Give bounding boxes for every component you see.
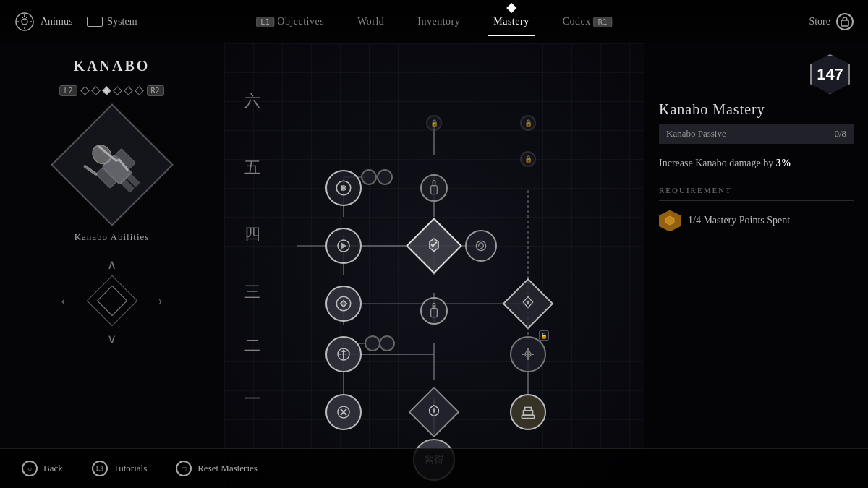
system-menu[interactable]: System [87, 16, 137, 27]
node-4a-circle [326, 228, 362, 264]
weapon-title: KANABO [74, 58, 150, 74]
skill-node-2a[interactable] [326, 336, 362, 372]
skill-node-6a[interactable]: 🔒 [426, 115, 442, 131]
skill-node-4a[interactable] [326, 228, 362, 264]
skill-node-5b[interactable] [420, 174, 448, 202]
svg-rect-39 [431, 309, 438, 317]
mastery-info: Kanabo Mastery Kanabo Passive 0/8 Increa… [659, 101, 854, 231]
pip-6 [135, 86, 144, 95]
node-5a-circle [326, 170, 362, 206]
row-label-2: 二 [244, 335, 260, 356]
codex-label: Codex [563, 16, 591, 27]
reset-action[interactable]: □ Reset Masteries [176, 461, 258, 476]
back-action[interactable]: ○ Back [22, 461, 63, 476]
tutorials-btn: L3 [92, 461, 108, 476]
node-3a-circle [326, 286, 362, 322]
row-label-4: 四 [244, 223, 260, 245]
node-small2 [379, 335, 395, 351]
pip-4 [113, 86, 122, 95]
skill-node-6c[interactable]: 🔒 [520, 151, 536, 167]
lock-icon-6a: 🔒 [427, 116, 441, 129]
node-4-small1 [361, 169, 377, 185]
weapon-nav-row: ‹ › [55, 275, 169, 326]
tutorials-label: Tutorials [114, 463, 147, 474]
skill-node-3b[interactable] [420, 297, 448, 325]
passive-row: Kanabo Passive 0/8 [659, 124, 854, 144]
row-label-1: 一 [244, 388, 260, 410]
row-label-5: 五 [244, 157, 260, 179]
pip-3-active [102, 86, 111, 95]
store-icon[interactable] [836, 13, 854, 30]
svg-rect-31 [524, 411, 533, 416]
skill-node-1a[interactable] [326, 394, 362, 430]
node-4b-inner [425, 235, 443, 257]
animus-label: Animus [41, 16, 72, 27]
skill-node-4b[interactable] [414, 226, 454, 266]
node-3c-diamond [503, 278, 554, 330]
requirement-divider [659, 200, 854, 201]
back-circle-btn: ○ [22, 461, 38, 476]
nav-item-codex[interactable]: Codex R1 [557, 13, 618, 30]
skill-node-5a[interactable] [326, 170, 362, 206]
nav-item-mastery[interactable]: Mastery [488, 13, 535, 30]
mastery-points-badge: 147 [807, 51, 854, 98]
nav-item-world[interactable]: World [352, 13, 390, 30]
node-3c-inner [521, 295, 535, 312]
inventory-label: Inventory [417, 16, 460, 27]
skill-node-1b[interactable] [416, 394, 452, 430]
node-1b-diamond [409, 387, 460, 438]
nav-right-btn[interactable]: › [152, 292, 169, 309]
skill-node-4c[interactable] [465, 230, 497, 262]
skill-node-2-small2[interactable] [379, 335, 395, 351]
node-1b-inner [426, 403, 442, 421]
node-6b-circle: 🔒 [520, 115, 536, 131]
row-label-6: 六 [244, 90, 260, 112]
r2-btn[interactable]: R2 [147, 85, 164, 96]
pip-2 [91, 86, 101, 95]
skill-node-2-small1[interactable] [365, 335, 380, 351]
nav-up-btn[interactable]: ∧ [101, 257, 123, 272]
svg-rect-45 [433, 181, 435, 186]
skill-node-4-small1[interactable] [361, 169, 377, 185]
nav-right: Store [809, 13, 854, 30]
world-label: World [357, 16, 384, 27]
mastery-label: Mastery [493, 16, 529, 27]
svg-point-40 [433, 305, 435, 307]
svg-rect-46 [431, 186, 438, 194]
desc-value: 3% [776, 158, 791, 168]
skill-node-6b[interactable]: 🔒 [520, 115, 536, 131]
skill-node-1c[interactable] [510, 394, 546, 430]
requirement-label: REQUIREMENT [659, 186, 854, 194]
objectives-label: Objectives [277, 16, 324, 27]
mastery-name: Kanabo Mastery [659, 101, 854, 118]
skill-node-3a[interactable] [326, 286, 362, 322]
node-4b-diamond [406, 218, 462, 274]
node-1c-circle [510, 394, 546, 430]
skill-node-3c[interactable] [510, 286, 546, 322]
skill-node-2b[interactable]: 🔒 [510, 336, 546, 372]
node-2a-circle [326, 336, 362, 372]
l2-btn[interactable]: L2 [59, 85, 77, 96]
svg-point-1 [22, 19, 27, 25]
nav-item-inventory[interactable]: Inventory [412, 13, 466, 30]
passive-count: 0/8 [834, 128, 846, 140]
pip-5 [124, 86, 133, 95]
mastery-description: Increase Kanabo damage by 3% [659, 155, 854, 171]
nav-left-btn[interactable]: ‹ [55, 292, 72, 309]
mastery-badge [508, 3, 515, 14]
nav-item-objectives[interactable]: L1 Objectives [250, 13, 330, 30]
top-navigation: Animus System L1 Objectives World Invent… [0, 0, 868, 43]
back-label: Back [43, 463, 63, 474]
node-6c-circle: 🔒 [520, 151, 536, 167]
nav-vertical: ∧ [101, 257, 123, 272]
tutorials-action[interactable]: L3 Tutorials [92, 461, 147, 476]
req-text: 1/4 Mastery Points Spent [688, 215, 790, 226]
nav-down-btn[interactable]: ∨ [101, 332, 123, 346]
node-4-small2 [377, 169, 393, 185]
store-label[interactable]: Store [809, 16, 830, 27]
skill-node-4-small2[interactable] [377, 169, 393, 185]
row-label-3: 三 [244, 281, 260, 303]
node-6a-circle: 🔒 [426, 115, 442, 131]
r1-badge: R1 [594, 17, 612, 27]
node-4c-circle [465, 230, 497, 262]
